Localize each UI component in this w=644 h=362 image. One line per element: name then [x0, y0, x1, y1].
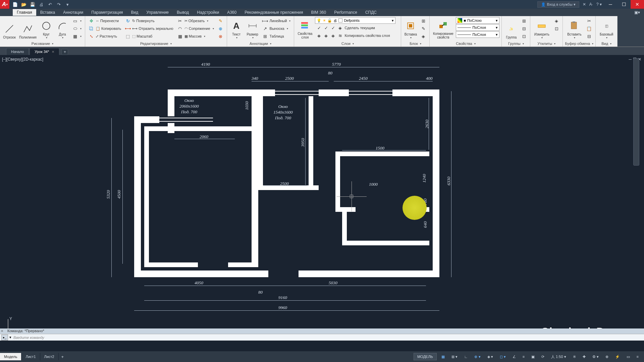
copy-button[interactable]: ⿻📋 Копировать — [87, 25, 122, 32]
navigation-bar[interactable] — [633, 58, 639, 166]
polar-toggle[interactable]: ⊕ ▾ — [472, 354, 482, 360]
tab-view[interactable]: Вид — [127, 9, 143, 16]
tab-annotations[interactable]: Аннотации — [59, 9, 87, 16]
cut-button[interactable]: ✂ — [585, 17, 593, 24]
block-attr[interactable]: ◈ — [419, 33, 427, 40]
edit-extra1[interactable]: ✎ — [217, 17, 225, 24]
otrack-toggle[interactable]: ∠ — [511, 354, 518, 360]
cleanscreen-toggle[interactable]: ▭ — [625, 354, 632, 360]
leader-button[interactable]: ↗Выноска▾ — [261, 25, 292, 32]
open-icon[interactable]: 📂 — [20, 1, 28, 8]
tab-home[interactable]: Главная — [13, 9, 36, 16]
tab-manage[interactable]: Управление — [142, 9, 173, 16]
transparency-toggle[interactable]: ▣ — [529, 354, 537, 360]
cmd-input[interactable]: Введите команду — [11, 336, 644, 340]
annomonitor-toggle[interactable]: ⊕ — [603, 354, 610, 360]
add-layout-button[interactable]: + — [59, 353, 67, 361]
tab-current-doc[interactable]: Урок 34*✕ — [30, 48, 59, 55]
util1[interactable]: ◈ — [552, 17, 560, 24]
scale-button[interactable]: ⬚⬚ Масштаб — [124, 33, 174, 40]
block-create[interactable]: ⊞ — [419, 17, 427, 24]
exchange-icon[interactable]: ✕ — [583, 2, 586, 7]
text-button[interactable]: AТекст▾ — [229, 17, 244, 40]
drawing-canvas[interactable]: [–][Сверху][2D-каркас] ─ ☐ ✕ — [0, 55, 644, 351]
lineweight-selector[interactable]: ПоСлоя▾ — [456, 24, 499, 31]
tab-start[interactable]: Начало — [6, 48, 29, 55]
mirror-button[interactable]: ⟷⟷ Отразить зеркально — [124, 25, 174, 32]
tab-insert[interactable]: Вставка — [36, 9, 59, 16]
match-props-button[interactable]: Копирование свойств — [432, 17, 454, 40]
edit-extra3[interactable]: ⊗ — [217, 33, 225, 40]
circle-button[interactable]: Круг▾ — [39, 17, 54, 40]
osnap-toggle[interactable]: ◻ ▾ — [498, 354, 508, 360]
line-button[interactable]: Отрезок — [2, 17, 17, 40]
add-tab-button[interactable]: + — [61, 49, 68, 55]
util2[interactable]: ⊡ — [552, 25, 560, 32]
clip3[interactable]: ⊟ — [585, 33, 593, 40]
copy-layer-props-button[interactable]: ◈◈◈≋Копировать свойства слоя — [315, 32, 399, 39]
stretch-button[interactable]: ⤡⤢ Растянуть — [87, 33, 122, 40]
tab-recommended[interactable]: Рекомендованные приложения — [240, 9, 307, 16]
edit-extra2[interactable]: ⊕ — [217, 25, 225, 32]
save-icon[interactable]: 💾 — [29, 1, 36, 8]
new-icon[interactable]: 📄 — [11, 1, 19, 8]
annovisibility-toggle[interactable]: ※ — [571, 354, 578, 360]
fillet-button[interactable]: ◠◠ Сопряжение▾ — [176, 25, 215, 32]
layout-tab-1[interactable]: Лист1 — [21, 353, 40, 360]
tab-performance[interactable]: Performance — [330, 9, 361, 16]
command-line[interactable]: ✕ Команда: *Прервано* ▸_ ▾ Введите коман… — [0, 328, 644, 341]
model-space-button[interactable]: МОДЕЛЬ — [414, 353, 437, 360]
make-current-button[interactable]: ✓✓✓◈Сделать текущим — [315, 24, 399, 32]
insert-block-button[interactable]: Вставка▾ — [403, 17, 418, 40]
grid-toggle[interactable]: ▦ — [439, 354, 447, 360]
cmd-close-icon[interactable]: ✕ — [1, 329, 3, 333]
group-btn1[interactable]: ⊞ — [520, 17, 528, 24]
a-icon[interactable]: A· — [589, 2, 593, 7]
layer-selector[interactable]: 💡☀🔓🖨Defpoints▾ — [315, 17, 395, 24]
snap-toggle[interactable]: ⊞ ▾ — [449, 354, 460, 360]
qat-more-icon[interactable]: ▾ — [64, 1, 71, 8]
layout-tab-2[interactable]: Лист2 — [40, 353, 59, 360]
vp-minimize-icon[interactable]: ─ — [629, 57, 632, 62]
tab-spds[interactable]: СПДС — [361, 9, 381, 16]
array-button[interactable]: ▦▦ Массив▾ — [176, 33, 215, 40]
block-edit[interactable]: ✎ — [419, 25, 427, 32]
tab-parametric[interactable]: Параметризация — [87, 9, 127, 16]
tab-addins[interactable]: Надстройки — [193, 9, 223, 16]
view-controls[interactable]: [–][Сверху][2D-каркас] — [2, 57, 43, 62]
group-btn2[interactable]: ⊟ — [520, 25, 528, 32]
tab-output[interactable]: Вывод — [173, 9, 193, 16]
ortho-toggle[interactable]: ∟ — [462, 354, 470, 360]
rect-button[interactable]: ▭▾ — [71, 17, 83, 24]
undo-icon[interactable]: ↶ — [46, 1, 54, 8]
cycling-toggle[interactable]: ⟳ — [539, 354, 546, 360]
annoscale-button[interactable]: 人 1:50 ▾ — [549, 353, 568, 360]
ribbon-collapse-icon[interactable]: ▣▾ — [630, 9, 644, 16]
color-selector[interactable]: ■ПоСлою▾ — [456, 17, 499, 24]
workspace-button[interactable]: ⚙ ▾ — [590, 354, 601, 360]
group-button[interactable]: ✨Группа — [504, 17, 519, 40]
rotate-button[interactable]: ↻↻ Повернуть — [124, 17, 174, 24]
sign-in-button[interactable]: 👤 Вход в службы ▾ — [537, 1, 579, 8]
redo-icon[interactable]: ↷ — [55, 1, 62, 8]
customize-button[interactable]: ≡ — [635, 354, 641, 360]
group-btn3[interactable]: ⊡ — [520, 33, 528, 40]
base-view-button[interactable]: ◫Базовый▾ — [598, 17, 615, 40]
minimize-button[interactable]: ─ — [604, 0, 617, 9]
hatch-button[interactable]: ▦▾ — [71, 33, 83, 40]
layer-props-button[interactable]: Свойства слоя — [296, 17, 314, 40]
iso-toggle[interactable]: ◈ ▾ — [485, 354, 495, 360]
app-menu-button[interactable]: A▾ — [0, 0, 9, 9]
help-icon[interactable]: ? ▾ — [596, 2, 602, 7]
autoadd-toggle[interactable]: ✚ — [581, 354, 588, 360]
copy-clip-button[interactable]: 📋 — [585, 25, 593, 32]
table-button[interactable]: ⊞Таблица — [261, 33, 292, 40]
trim-button[interactable]: ✂✂ Обрезать▾ — [176, 17, 215, 24]
linear-dim-button[interactable]: ⟼Линейный▾ — [261, 17, 292, 24]
dimension-button[interactable]: Размер▾ — [245, 17, 260, 40]
print-icon[interactable]: 🖨 — [38, 1, 45, 8]
tab-bim360[interactable]: BIM 360 — [307, 9, 330, 16]
ellipse-button[interactable]: ⬭▾ — [71, 25, 83, 32]
tab-a360[interactable]: A360 — [223, 9, 240, 16]
move-button[interactable]: ✥↔ Перенести — [87, 17, 122, 24]
